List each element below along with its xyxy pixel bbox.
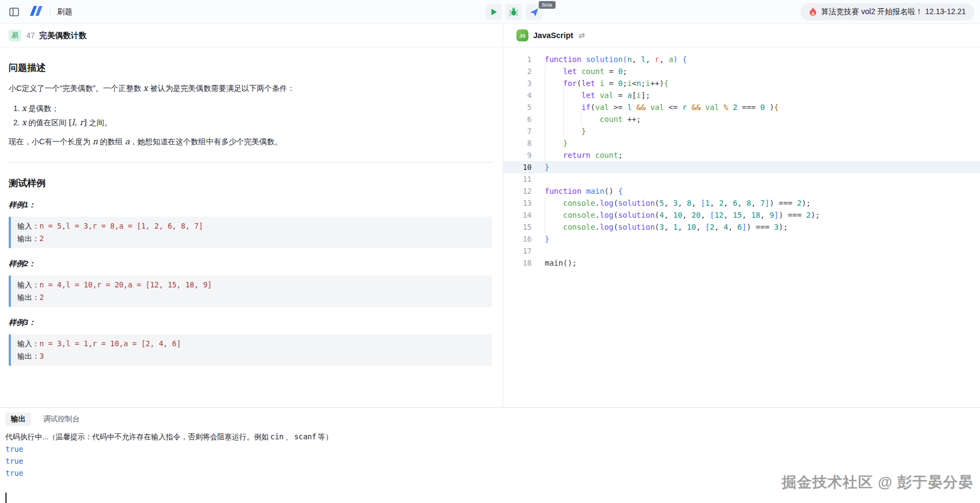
- code-token: main: [586, 187, 605, 195]
- code-token: (): [605, 187, 618, 195]
- code-token: 2: [797, 199, 802, 207]
- code-token: ;: [641, 79, 645, 88]
- code-token: ) ===: [769, 199, 797, 207]
- console-tab-输出[interactable]: 输出: [5, 413, 31, 426]
- code-line[interactable]: 17: [503, 245, 980, 257]
- code-token: [728, 103, 732, 112]
- code-token: console: [563, 199, 595, 207]
- code-token: 3: [774, 223, 779, 231]
- code-token: 9: [769, 211, 774, 219]
- code-token: 10: [687, 223, 696, 231]
- code-line[interactable]: 8 }: [503, 137, 980, 149]
- code-token: [678, 55, 682, 64]
- app-label: 刷题: [57, 7, 72, 17]
- code-token: ,: [664, 223, 673, 231]
- output-row: 输出：2: [17, 291, 485, 304]
- code-token: 20: [692, 211, 701, 219]
- code-token: console: [563, 223, 595, 231]
- code-token: function: [545, 55, 581, 64]
- marscode-logo[interactable]: [29, 5, 44, 19]
- code-line[interactable]: 1function solution(n, l, r, a) {: [503, 53, 980, 65]
- code-line[interactable]: 13 console.log(solution(5, 3, 8, [1, 2, …: [503, 197, 980, 209]
- input-value: n = 3,l = 1,r = 10,a = [2, 4, 6]: [40, 339, 181, 348]
- code-line[interactable]: 5 if(val >= l && val <= r && val % 2 ===…: [503, 101, 980, 113]
- code-token: ,: [678, 223, 687, 231]
- code-token: count: [595, 151, 618, 160]
- indent-guide: [545, 89, 563, 101]
- code-line[interactable]: 2 let count = 0;: [503, 65, 980, 77]
- sample-block: 输入：n = 4,l = 10,r = 20,a = [12, 15, 18, …: [9, 275, 492, 307]
- run-button[interactable]: [485, 4, 502, 20]
- code-editor[interactable]: 1function solution(n, l, r, a) {2 let co…: [503, 47, 980, 407]
- code-token: i: [600, 79, 604, 88]
- text-cursor: [5, 493, 7, 503]
- text-run: ，她想知道在这个数组中有多少个完美偶数。: [130, 137, 282, 146]
- code-token: 6: [733, 199, 737, 207]
- code-token: 2: [719, 199, 723, 207]
- code-token: ,: [728, 223, 737, 231]
- code-text: let count = 0;: [545, 65, 980, 77]
- switch-language-button[interactable]: ⇄: [578, 31, 585, 40]
- indent-guide: [545, 125, 563, 137]
- code-token: 15: [733, 211, 742, 219]
- javascript-icon: JS: [516, 29, 528, 41]
- code-token: ,: [701, 211, 710, 219]
- code-token: 12: [714, 211, 724, 219]
- code-token: 2: [806, 211, 811, 219]
- indent-guide: [545, 149, 563, 161]
- debug-button[interactable]: [506, 4, 522, 20]
- code-token: i: [637, 91, 641, 100]
- code-token: (: [655, 199, 659, 207]
- code-token: r: [655, 55, 659, 64]
- line-number: 10: [503, 161, 545, 173]
- code-token: =: [605, 67, 618, 76]
- sidebar-toggle-button[interactable]: [7, 4, 22, 20]
- line-number: 8: [503, 137, 545, 149]
- code-line[interactable]: 18main();: [503, 257, 980, 269]
- input-label: 输入：: [17, 281, 40, 289]
- code-token: ,: [714, 223, 724, 231]
- code-token: [701, 103, 705, 112]
- code-token: }: [563, 139, 568, 148]
- code-line[interactable]: 7 }: [503, 125, 980, 137]
- code-token: ;: [622, 79, 627, 88]
- output-label: 输出：: [17, 293, 40, 302]
- code-line[interactable]: 11: [503, 173, 980, 185]
- code-line[interactable]: 3 for(let i = 0;i<n;i++){: [503, 77, 980, 89]
- code-token: val: [650, 103, 664, 112]
- code-text: main();: [545, 257, 980, 269]
- code-token: ,: [678, 199, 687, 207]
- code-line[interactable]: 4 let val = a[i];: [503, 89, 980, 101]
- code-line[interactable]: 6 count ++;: [503, 113, 980, 125]
- code-line[interactable]: 14 console.log(solution(4, 10, 20, [12, …: [503, 209, 980, 221]
- marscode-logo-icon: [29, 5, 44, 17]
- execution-message: 代码执行中...（温馨提示：代码中不允许存在输入指令，否则将会阻塞运行。例如ci…: [5, 431, 975, 443]
- code-token: .: [595, 223, 600, 231]
- output-line: true: [5, 443, 975, 455]
- console-tab-调试控制台[interactable]: 调试控制台: [42, 413, 81, 426]
- contest-banner[interactable]: 算法竞技赛 vol2 开始报名啦！ 12.13-12.21: [800, 3, 975, 20]
- output-line: true: [5, 455, 975, 467]
- code-line[interactable]: 12function main() {: [503, 185, 980, 197]
- code-token: 0: [760, 103, 765, 112]
- code-token: %: [724, 103, 728, 112]
- line-number: 11: [503, 173, 545, 185]
- code-line[interactable]: 15 console.log(solution(3, 1, 10, [2, 4,…: [503, 221, 980, 233]
- output-label: 输出：: [17, 235, 40, 243]
- code-token: ): [673, 55, 677, 64]
- code-line[interactable]: 10}: [503, 161, 980, 173]
- code-token: ,: [737, 199, 747, 207]
- code-token: }: [545, 235, 549, 243]
- code-token: i: [627, 79, 632, 88]
- code-line[interactable]: 9 return count;: [503, 149, 980, 161]
- code-token: [581, 55, 585, 64]
- code-token: }: [545, 163, 549, 171]
- code-token: ]: [774, 211, 779, 219]
- indent-guide: [581, 113, 600, 125]
- topbar-divider: [50, 8, 51, 16]
- code-line[interactable]: 16}: [503, 233, 980, 245]
- code-token: .: [595, 199, 600, 207]
- code-token: 3: [673, 199, 677, 207]
- difficulty-badge: 易: [9, 30, 21, 41]
- code-token: n: [637, 79, 641, 88]
